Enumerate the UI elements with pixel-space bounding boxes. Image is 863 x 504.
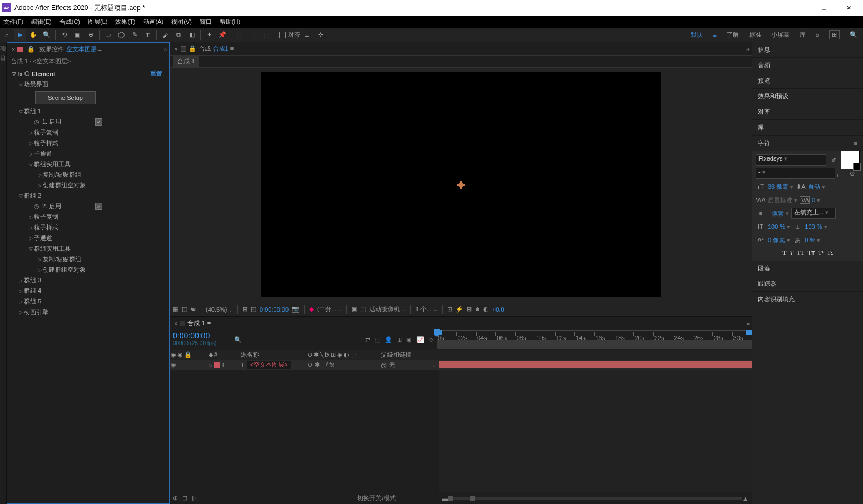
timeline-timecode-block[interactable]: 0:00:00:00 00000 (25.00 fps) bbox=[170, 330, 231, 350]
twirl-icon[interactable] bbox=[17, 278, 24, 283]
timeline-track-area[interactable] bbox=[439, 370, 752, 492]
fast-preview-icon[interactable]: ⚡ bbox=[455, 306, 463, 313]
puppet-tool[interactable]: 📌 bbox=[216, 29, 229, 41]
workspace-reset-icon[interactable]: ⊞ bbox=[829, 30, 840, 39]
twirl-icon[interactable] bbox=[36, 257, 43, 262]
menu-window[interactable]: 窗口 bbox=[200, 18, 212, 26]
enable2-checkbox[interactable]: ✓ bbox=[95, 203, 102, 210]
marker-icon[interactable]: ◇ bbox=[429, 336, 433, 343]
snap-opt-1[interactable]: ⫠ bbox=[301, 29, 313, 41]
camera-dropdown[interactable]: 活动摄像机 bbox=[369, 305, 406, 313]
selection-tool[interactable]: ▶ bbox=[14, 29, 26, 41]
mask-icon[interactable]: ☯ bbox=[191, 306, 196, 313]
snap-toggle[interactable]: 对齐 bbox=[279, 31, 300, 39]
pan-behind-tool[interactable]: ⊕ bbox=[85, 29, 97, 41]
time-ruler[interactable]: 0s02s04s06s08s10s12s14s16s18s20s22s24s26… bbox=[437, 330, 752, 350]
menu-layer[interactable]: 图层(L) bbox=[88, 18, 107, 26]
panel-effects-presets[interactable]: 效果和预设 bbox=[752, 89, 863, 104]
snapshot-icon[interactable]: 📷 bbox=[292, 306, 300, 313]
views-dropdown[interactable]: 1 个... bbox=[415, 305, 438, 313]
flowchart-icon[interactable]: ⋔ bbox=[475, 306, 480, 313]
alpha-icon[interactable]: ▦ bbox=[173, 306, 178, 313]
twirl-icon[interactable] bbox=[27, 162, 34, 167]
enable1-checkbox[interactable]: ✓ bbox=[95, 118, 102, 126]
twirl-icon[interactable] bbox=[27, 141, 34, 146]
toggle-switches-icon[interactable]: ⊕ bbox=[173, 495, 178, 502]
lock-icon[interactable]: 🔒 bbox=[27, 46, 35, 53]
twirl-icon[interactable] bbox=[11, 71, 17, 77]
menu-composition[interactable]: 合成(C) bbox=[59, 18, 80, 26]
superscript-button[interactable]: T¹ bbox=[818, 249, 824, 256]
allcaps-button[interactable]: TT bbox=[797, 249, 804, 256]
twirl-icon[interactable] bbox=[17, 288, 24, 294]
twirl-icon[interactable] bbox=[17, 299, 24, 305]
twirl-icon[interactable] bbox=[36, 172, 43, 178]
layer-row-1[interactable]: ◉ ▷1 T<空文本图层> ⊕✱ / fx @无⌄ bbox=[170, 360, 752, 370]
menu-effect[interactable]: 效果(T) bbox=[115, 18, 135, 26]
mask-tool-2[interactable]: ⬚ bbox=[247, 29, 259, 41]
stroke-width-value[interactable]: - 像素 bbox=[768, 209, 789, 218]
layer-name[interactable]: <空文本图层> bbox=[247, 361, 291, 369]
twirl-icon[interactable] bbox=[17, 310, 24, 315]
comp-tab[interactable]: × 🔒 合成 合成1 ≡ bbox=[172, 44, 236, 53]
roto-tool[interactable]: ✦ bbox=[203, 29, 215, 41]
parent-dropdown[interactable]: 无 bbox=[389, 361, 395, 369]
label-color[interactable] bbox=[214, 362, 220, 368]
lock-column-icon[interactable]: 🔒 bbox=[184, 351, 192, 358]
time-navigator[interactable]: ▬ ▲ bbox=[439, 495, 752, 502]
twirl-icon[interactable] bbox=[27, 130, 34, 136]
comp-mini-flowchart-icon[interactable]: ⇄ bbox=[365, 336, 370, 343]
label-column-icon[interactable]: ◆ bbox=[209, 351, 213, 358]
composition-canvas[interactable] bbox=[261, 72, 661, 297]
zoom-dropdown[interactable]: (40.5%) bbox=[206, 306, 233, 313]
menu-animation[interactable]: 动画(A) bbox=[143, 18, 164, 26]
twirl-icon[interactable] bbox=[36, 183, 43, 188]
twirl-icon[interactable] bbox=[17, 109, 24, 114]
roi-icon[interactable]: ◰ bbox=[251, 306, 256, 313]
zoom-tool[interactable]: 🔍 bbox=[41, 29, 53, 41]
workspace-library[interactable]: 库 bbox=[800, 31, 806, 39]
lock-icon[interactable]: 🔒 bbox=[189, 45, 196, 52]
stroke-position-dropdown[interactable]: 在填充上... bbox=[791, 208, 836, 219]
clone-tool[interactable]: ⧉ bbox=[172, 29, 185, 41]
stopwatch-icon[interactable]: ◷ bbox=[34, 203, 41, 210]
stroke-color-swatch[interactable] bbox=[837, 174, 847, 177]
fill-color-swatch[interactable] bbox=[841, 151, 860, 169]
subscript-button[interactable]: T₁ bbox=[827, 249, 833, 256]
noFill-icon[interactable]: ⊘ bbox=[850, 170, 860, 177]
panel-paragraph[interactable]: 段落 bbox=[752, 261, 863, 276]
playhead[interactable] bbox=[437, 330, 437, 350]
twirl-icon[interactable] bbox=[27, 246, 34, 252]
twirl-icon[interactable] bbox=[27, 214, 34, 220]
twirl-icon[interactable] bbox=[27, 225, 34, 231]
font-size-value[interactable]: 36 像素 bbox=[768, 183, 793, 191]
workspace-learn[interactable]: 了解 bbox=[727, 31, 739, 39]
draft3d-icon[interactable]: ⬚ bbox=[375, 336, 380, 343]
comp-name-chip[interactable]: 合成 1 bbox=[173, 56, 199, 67]
solo-column-icon[interactable]: ◉ bbox=[177, 351, 183, 358]
layer-duration-bar[interactable] bbox=[439, 361, 752, 368]
fx-icon[interactable]: fx bbox=[17, 71, 23, 77]
panel-audio[interactable]: 音频 bbox=[752, 58, 863, 73]
kerning-value[interactable]: 度量标准 bbox=[768, 196, 797, 204]
brush-tool[interactable]: 🖌 bbox=[159, 29, 171, 41]
mask-tool-3[interactable]: ⬚ bbox=[260, 29, 272, 41]
col-source-name[interactable]: 源名称 bbox=[239, 351, 305, 359]
menu-view[interactable]: 视图(V) bbox=[171, 18, 192, 26]
channel-rgb-icon[interactable]: ◆ bbox=[309, 306, 314, 313]
eyedropper-icon[interactable]: ✐ bbox=[829, 157, 839, 164]
stopwatch-icon[interactable]: ◷ bbox=[34, 118, 41, 126]
pen-tool[interactable]: ✎ bbox=[128, 29, 141, 41]
effect-controls-body[interactable]: fx ⬡ Element 重置 场景界面 Scene Setup 群组 1 ◷ … bbox=[7, 67, 169, 503]
orbit-tool[interactable]: ⟲ bbox=[58, 29, 70, 41]
font-style-dropdown[interactable]: - bbox=[756, 168, 835, 179]
toggle-in-out-icon[interactable]: {} bbox=[192, 495, 196, 502]
motionblur-icon[interactable]: ◉ bbox=[406, 336, 412, 343]
workspace-small[interactable]: 小屏幕 bbox=[771, 31, 790, 39]
panel-more-icon[interactable]: » bbox=[746, 46, 750, 52]
panel-more-icon[interactable]: » bbox=[746, 320, 750, 327]
channel-icon[interactable]: ◫ bbox=[182, 306, 187, 313]
shy-icon[interactable]: 👤 bbox=[385, 336, 393, 343]
toggle-modes-icon[interactable]: ⊡ bbox=[182, 495, 187, 502]
scene-setup-button[interactable]: Scene Setup bbox=[35, 91, 96, 104]
